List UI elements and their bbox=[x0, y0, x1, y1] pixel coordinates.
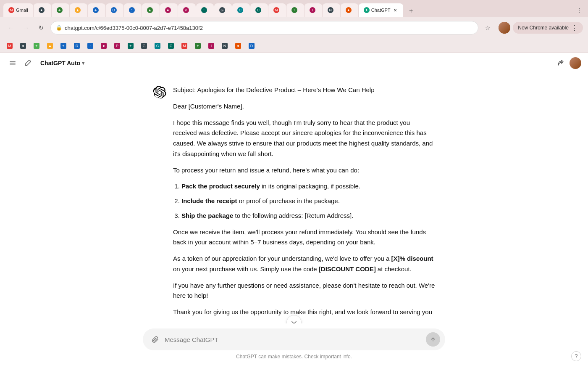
tab-ext-3[interactable]: + bbox=[88, 3, 105, 17]
bookmark-ext2-icon: + bbox=[34, 43, 39, 49]
step-2-bold: Include the receipt bbox=[181, 197, 237, 204]
bookmark-ext5-icon: + bbox=[128, 43, 134, 49]
bookmark-ext3[interactable]: + bbox=[57, 41, 70, 51]
bookmark-gmail2[interactable]: M bbox=[178, 41, 191, 51]
bookmark-star-button[interactable]: ☆ bbox=[482, 22, 494, 34]
bookmark-pinterest1-icon: ● bbox=[101, 43, 107, 49]
url-text: chatgpt.com/c/66ed3375-00c0-8007-a2d7-e7… bbox=[65, 25, 473, 31]
bookmark-ext8-icon: C bbox=[168, 43, 174, 49]
bookmark-drive-icon: ▲ bbox=[47, 43, 53, 49]
sidebar-toggle-button[interactable] bbox=[7, 57, 18, 69]
bookmark-docs[interactable]: D bbox=[71, 41, 83, 51]
bookmark-instagram-icon: I bbox=[208, 43, 214, 49]
paragraph3-bold: [X]% discount bbox=[391, 255, 433, 262]
message-subject: Subject: Apologies for the Defective Pro… bbox=[173, 85, 435, 95]
tab-end-controls: ⋮ bbox=[575, 5, 585, 17]
bookmark-drive[interactable]: ▲ bbox=[44, 41, 56, 51]
bookmark-pinterest2-icon: P bbox=[114, 43, 120, 49]
bookmark-pinterest2[interactable]: P bbox=[111, 41, 123, 51]
message-input[interactable] bbox=[165, 336, 423, 343]
message-greeting: Dear [Customer's Name], bbox=[173, 101, 435, 112]
tab-notion[interactable]: N bbox=[323, 3, 340, 17]
tab-ext-8[interactable]: C bbox=[250, 3, 268, 17]
user-avatar[interactable] bbox=[570, 57, 581, 69]
toolbar-right bbox=[554, 57, 581, 69]
step-1: Pack the product securely in its origina… bbox=[181, 181, 435, 192]
bookmark-instagram[interactable]: I bbox=[205, 41, 218, 51]
bookmark-ext8[interactable]: C bbox=[165, 41, 177, 51]
bookmark-pinterest1[interactable]: ● bbox=[97, 41, 110, 51]
tab-ext-6[interactable]: G bbox=[214, 3, 232, 17]
bookmark-docs2-icon: D bbox=[249, 43, 255, 49]
send-button[interactable] bbox=[426, 332, 440, 347]
bookmark-ext6-icon: G bbox=[141, 43, 147, 49]
attach-button[interactable] bbox=[150, 334, 161, 345]
svg-rect-1 bbox=[10, 63, 16, 64]
bookmark-ext9[interactable]: + bbox=[192, 41, 204, 51]
tab-pinterest-1[interactable]: ● bbox=[160, 3, 178, 17]
tab-ext-2[interactable]: + bbox=[52, 3, 69, 17]
message-paragraph4: If you have any further questions or nee… bbox=[173, 281, 435, 302]
bookmark-gmail[interactable]: M bbox=[3, 41, 16, 51]
tab-instagram[interactable]: I bbox=[304, 3, 322, 17]
back-button[interactable]: ← bbox=[5, 22, 17, 34]
paragraph3-mid: on your next purchase with us. Simply us… bbox=[173, 265, 319, 273]
share-button[interactable] bbox=[554, 57, 566, 69]
tab-ext-1[interactable]: ● bbox=[34, 3, 51, 17]
chrome-update-label: New Chrome available bbox=[518, 25, 569, 31]
chrome-update-dots-icon: ⋮ bbox=[571, 24, 578, 32]
paragraph3-post: at checkout. bbox=[376, 265, 412, 273]
message-paragraph3: As a token of our appreciation for your … bbox=[173, 254, 435, 275]
bookmark-ext2[interactable]: + bbox=[30, 41, 43, 51]
new-tab-button[interactable]: + bbox=[405, 5, 417, 17]
chatgpt-icon bbox=[153, 86, 166, 99]
tab-gmail-1[interactable]: MGmail bbox=[3, 3, 33, 17]
chatgpt-toolbar: ChatGPT Auto ▾ bbox=[0, 53, 588, 73]
tab-pinterest-2[interactable]: P bbox=[178, 3, 196, 17]
bookmark-docs-icon: D bbox=[74, 43, 80, 49]
bookmarks-bar: M ● + ▲ + D : ● P + G C C M + I N ● D bbox=[0, 39, 588, 53]
bookmark-ext5[interactable]: + bbox=[124, 41, 137, 51]
help-button[interactable]: ? bbox=[571, 351, 581, 361]
tab-sheets[interactable]: ▲ bbox=[142, 3, 160, 17]
tab-ext-4[interactable]: : bbox=[124, 3, 142, 17]
tab-drive[interactable]: ▲ bbox=[70, 3, 87, 17]
tab-chatgpt-active[interactable]: ✦ ChatGPT ✕ bbox=[359, 3, 403, 17]
bookmark-docs2[interactable]: D bbox=[245, 41, 258, 51]
message-intro-list: To process your return and issue a refun… bbox=[173, 165, 435, 176]
bookmark-ext6[interactable]: G bbox=[138, 41, 150, 51]
tab-gmail-2[interactable]: M bbox=[268, 3, 286, 17]
model-selector-button[interactable]: ChatGPT Auto ▾ bbox=[37, 58, 88, 68]
model-name: ChatGPT Auto bbox=[40, 60, 80, 66]
message-steps-list: Pack the product securely in its origina… bbox=[181, 181, 435, 221]
url-bar[interactable]: 🔒 chatgpt.com/c/66ed3375-00c0-8007-a2d7-… bbox=[50, 21, 478, 34]
reload-button[interactable]: ↻ bbox=[35, 22, 47, 34]
tab-ext-10[interactable]: ● bbox=[341, 3, 358, 17]
bookmark-gmail-icon: M bbox=[7, 43, 13, 49]
tab-close-icon[interactable]: ✕ bbox=[392, 7, 398, 13]
step-2: Include the receipt or proof of purchase… bbox=[181, 196, 435, 207]
bookmark-ext4[interactable]: : bbox=[84, 41, 97, 51]
message-paragraph2: Once we receive the item, we'll process … bbox=[173, 227, 435, 248]
bookmark-ext7[interactable]: C bbox=[151, 41, 164, 51]
tab-docs-1[interactable]: D bbox=[106, 3, 123, 17]
bookmark-ext10[interactable]: ● bbox=[232, 41, 244, 51]
assistant-message: Subject: Apologies for the Defective Pro… bbox=[143, 82, 445, 321]
tab-ext-9[interactable]: + bbox=[286, 3, 304, 17]
message-body: Subject: Apologies for the Defective Pro… bbox=[173, 85, 435, 318]
profile-button[interactable] bbox=[499, 22, 510, 34]
chrome-update-button[interactable]: New Chrome available ⋮ bbox=[513, 22, 583, 34]
disclaimer-text: ChatGPT can make mistakes. Check importa… bbox=[236, 354, 352, 360]
bookmark-notion[interactable]: N bbox=[218, 41, 231, 51]
bookmark-ext9-icon: + bbox=[195, 43, 201, 49]
browser-frame: MGmail ● + ▲ + D : ▲ ● P + G C C M + I N… bbox=[0, 0, 588, 368]
tab-ext-7[interactable]: C bbox=[232, 3, 250, 17]
svg-rect-0 bbox=[10, 61, 16, 62]
lock-icon: 🔒 bbox=[56, 25, 62, 31]
new-chat-button[interactable] bbox=[22, 57, 34, 69]
forward-button[interactable]: → bbox=[20, 22, 32, 34]
tab-search-button[interactable]: ⋮ bbox=[575, 5, 585, 15]
bookmark-ext7-icon: C bbox=[155, 43, 160, 49]
bookmark-ext1[interactable]: ● bbox=[17, 41, 29, 51]
tab-ext-5[interactable]: + bbox=[196, 3, 214, 17]
